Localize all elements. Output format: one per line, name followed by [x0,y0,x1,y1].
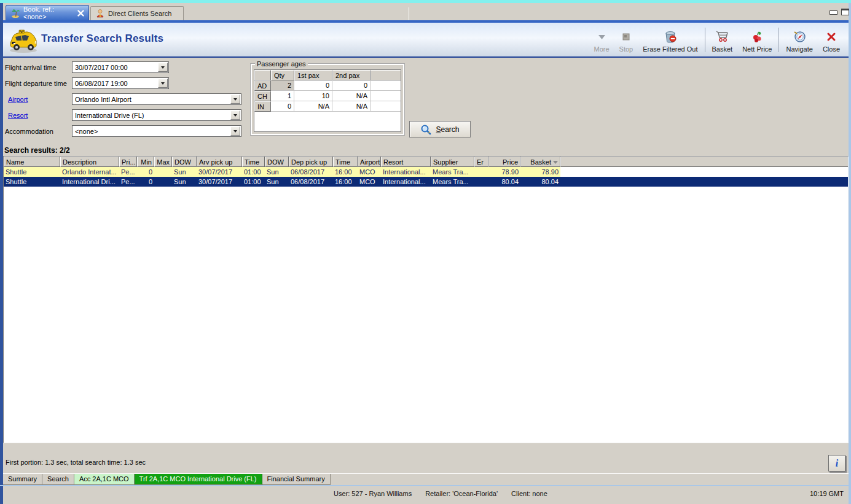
col-name[interactable]: Name [4,157,60,167]
navigate-label: Navigate [786,45,812,53]
passenger-ages-group: Passenger ages Qty 1st pax 2nd pax AD 2 … [251,64,404,135]
cell-dep-time: 16:00 [333,167,358,177]
pax-adult-qty-cell[interactable]: 2 [271,80,294,91]
cell-name: Shuttle [4,177,60,187]
sort-descending-icon [553,161,558,164]
tab-summary[interactable]: Summary [3,474,42,485]
cell-dow-dep: Sun [265,177,289,187]
basket-label: Basket [712,45,733,53]
cell-dow-dep: Sun [265,167,289,177]
navigate-button[interactable]: Navigate [781,25,817,55]
basket-button[interactable]: Basket [707,25,738,55]
col-arv-pick-up[interactable]: Arv pick up [197,157,242,167]
pax-header-filler [371,70,401,80]
col-basket[interactable]: Basket [520,157,560,167]
tab-search[interactable]: Search [42,474,74,485]
cell-basket: 78.90 [520,167,560,177]
flight-arrival-label: Flight arrival time [5,64,57,71]
search-results-count: Search results: 2/2 [4,146,70,155]
pax-header-qty: Qty [271,70,294,80]
erase-filtered-icon [664,30,677,44]
col-description[interactable]: Description [60,157,119,167]
accommodation-dropdown-icon[interactable] [230,126,240,136]
tab-acc-2a-1c-mco[interactable]: Acc 2A,1C MCO [74,474,135,485]
col-supplier[interactable]: Supplier [431,157,474,167]
col-pri[interactable]: Pri... [119,157,137,167]
close-button[interactable]: Close [818,25,845,55]
pax-adult-1st-cell[interactable]: 0 [294,80,332,91]
tab-trf-2a-1c-mco-active[interactable]: Trf 2A,1C MCO International Drive (FL) [135,474,262,485]
resort-link[interactable]: Resort [8,112,28,119]
col-price[interactable]: Price [488,157,520,167]
stop-button[interactable]: Stop [614,25,638,55]
col-resort[interactable]: Resort [381,157,431,167]
cell-airport: MCO [358,177,381,187]
top-tab-bar: Book. ref.: <none> Direct Clients Search [3,3,849,20]
tab-booking-ref[interactable]: Book. ref.: <none> [6,5,89,20]
pax-adult-2nd-cell[interactable]: 0 [332,80,371,91]
resort-field[interactable]: International Drive (FL) [72,109,241,121]
col-dep-pick-up[interactable]: Dep pick up [289,157,333,167]
cell-resort: International... [381,167,431,177]
erase-filtered-out-button[interactable]: Erase Filtered Out [638,25,702,55]
col-er[interactable]: Er [474,157,488,167]
tab-close-icon[interactable] [77,9,84,17]
airport-dropdown-icon[interactable] [230,95,240,104]
cell-supplier: Mears Tra... [431,177,474,187]
pax-child-qty-cell[interactable]: 1 [271,91,294,101]
page-title: Transfer Search Results [41,33,163,45]
cell-dep-pick-up: 06/08/2017 [289,167,333,177]
resort-value: International Drive (FL) [73,112,230,119]
col-airport[interactable]: Airport [358,157,381,167]
flight-departure-field[interactable]: 06/08/2017 19:00 [72,77,169,89]
search-button[interactable]: Search [409,121,471,138]
minimize-button[interactable] [829,9,839,15]
flight-departure-value: 06/08/2017 19:00 [73,80,158,87]
tab-financial-summary[interactable]: Financial Summary [262,474,331,485]
info-button[interactable]: i [828,455,845,471]
pax-row-label: IN [254,101,271,112]
cell-resort: International... [381,177,431,187]
pax-infant-2nd-cell[interactable]: N/A [332,101,371,112]
airport-field[interactable]: Orlando Intl Airport [72,93,241,105]
client-info: Client: none [511,490,547,497]
col-max[interactable]: Max [154,157,172,167]
col-min[interactable]: Min [137,157,154,167]
cell-dep-pick-up: 06/08/2017 [289,177,333,187]
nett-price-icon [750,30,764,44]
pax-child-1st-cell[interactable]: 10 [294,91,332,101]
flight-arrival-value: 30/07/2017 00:00 [73,64,158,71]
resort-dropdown-icon[interactable] [230,110,240,120]
col-dep-time[interactable]: Time [333,157,358,167]
cell-price: 80.04 [488,177,520,187]
cell-arv-pick-up: 30/07/2017 [197,167,242,177]
navigate-icon [792,30,807,44]
pax-child-2nd-cell[interactable]: N/A [332,91,371,101]
col-arv-time[interactable]: Time [242,157,265,167]
cell-er [474,177,488,187]
pax-infant-qty-cell[interactable]: 0 [271,101,294,112]
flight-departure-dropdown-icon[interactable] [158,79,168,88]
nett-price-button[interactable]: Nett Price [737,25,777,55]
pax-row-adults: AD 2 0 0 [254,80,401,91]
cell-arv-time: 01:00 [242,177,265,187]
tab-direct-clients-search[interactable]: Direct Clients Search [90,6,184,20]
airport-link[interactable]: Airport [8,96,28,103]
cell-name: Shuttle [4,167,60,177]
pax-infant-1st-cell[interactable]: N/A [294,101,332,112]
flight-arrival-dropdown-icon[interactable] [158,63,168,72]
result-row-1[interactable]: Shuttle Orlando Internat... Pe... 0 Sun … [4,167,848,177]
col-dow-dep[interactable]: DOW [265,157,289,167]
cell-description: Orlando Internat... [60,167,119,177]
accommodation-field[interactable]: <none> [72,125,241,137]
search-timing-status: First portion: 1.3 sec, total search tim… [6,459,146,466]
more-button[interactable]: More [589,25,614,55]
col-dow-arv[interactable]: DOW [172,157,197,167]
flight-arrival-field[interactable]: 30/07/2017 00:00 [72,61,169,73]
restore-button[interactable] [841,9,850,15]
status-bar: User: 527 - Ryan Williams Retailer: 'Oce… [3,486,849,501]
airport-value: Orlando Intl Airport [73,96,230,103]
result-row-2-selected[interactable]: Shuttle International Dri... Pe... 0 Sun… [4,177,848,187]
pax-header-1st: 1st pax [294,70,332,80]
col-filler [560,157,848,167]
